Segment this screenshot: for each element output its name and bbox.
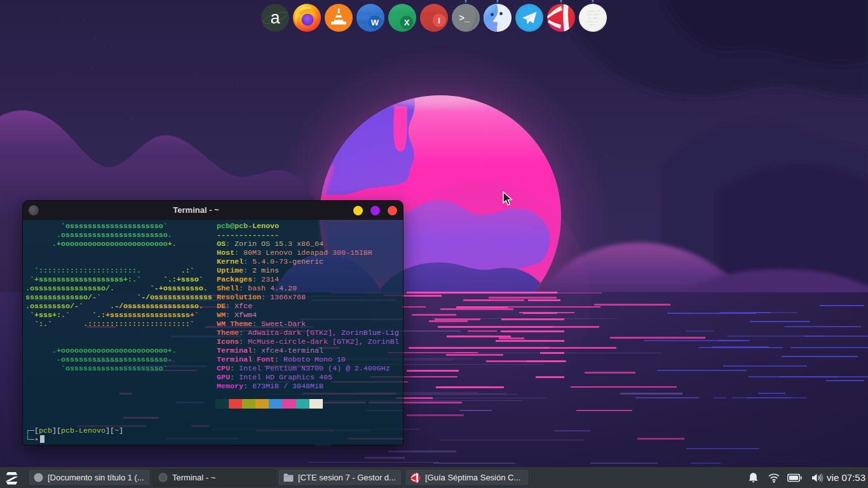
svg-text:>_: >_: [459, 13, 470, 24]
svg-text:a: a: [270, 8, 280, 27]
svg-text:X: X: [404, 18, 410, 27]
svg-text:W: W: [371, 18, 379, 27]
svg-text:I: I: [438, 16, 440, 25]
